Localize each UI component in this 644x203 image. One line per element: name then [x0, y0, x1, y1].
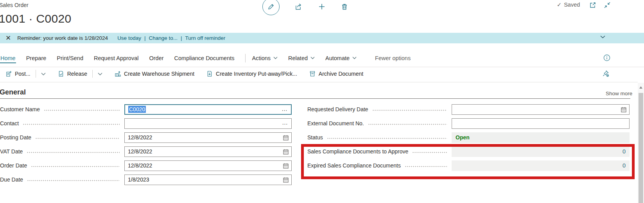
due-date-input[interactable]: 1/8/2023 [124, 175, 292, 185]
split-divider [92, 70, 93, 78]
chevron-down-icon [310, 57, 315, 59]
order-date-value: 12/8/2022 [128, 162, 152, 169]
menu-divider [245, 54, 246, 62]
field-row-sales-compliance-documents-to-approve: Sales Compliance Documents to Approve 0 [307, 144, 630, 158]
chevron-down-icon [273, 57, 278, 59]
dotted-leader [31, 166, 120, 167]
action-bar: Post... Release Create Warehouse Shipmen… [0, 67, 644, 80]
chevron-down-icon [352, 57, 357, 59]
share-icon [294, 2, 303, 11]
fewer-options-button[interactable]: Fewer options [375, 55, 411, 61]
create-warehouse-shipment-button[interactable]: Create Warehouse Shipment [114, 70, 194, 77]
trash-icon [341, 3, 348, 11]
scrollbar-thumb[interactable] [639, 93, 643, 203]
link-separator: | [181, 35, 182, 41]
chevron-down-icon[interactable] [98, 73, 102, 75]
dotted-leader [23, 123, 120, 125]
field-row-posting-date: Posting Date 12/8/2022 [0, 130, 292, 144]
external-document-no-input[interactable] [452, 118, 630, 129]
vat-date-label: VAT Date [0, 148, 23, 155]
info-icon[interactable] [603, 54, 610, 61]
warehouse-shipment-icon [114, 70, 121, 77]
dotted-leader [405, 166, 447, 167]
order-date-label: Order Date [0, 162, 27, 169]
field-row-customer-name: Customer Name C0020 … [0, 102, 292, 116]
field-row-requested-delivery-date: Requested Delivery Date [307, 102, 630, 116]
show-more-link[interactable]: Show more [606, 91, 632, 96]
tab-request-approval[interactable]: Request Approval [93, 53, 139, 64]
delete-button[interactable] [341, 3, 348, 11]
save-status-label: Saved [564, 2, 580, 8]
tab-home[interactable]: Home [0, 53, 16, 64]
dotted-leader [372, 109, 447, 111]
change-to-link[interactable]: Change to... [149, 35, 178, 41]
order-date-input[interactable]: 12/8/2022 [124, 160, 292, 171]
collapse-icon[interactable] [603, 1, 611, 9]
fasttab-general-heading[interactable]: General [0, 88, 26, 96]
record-toolbar [262, 0, 348, 16]
calendar-icon[interactable] [283, 163, 289, 169]
release-button[interactable]: Release [57, 70, 102, 78]
expired-sales-compliance-documents-field[interactable]: 0 [452, 160, 630, 171]
dotted-leader [412, 151, 447, 153]
external-document-no-label: External Document No. [307, 120, 364, 126]
open-in-window-icon[interactable] [589, 1, 597, 9]
share-button[interactable] [294, 2, 303, 11]
menu-related[interactable]: Related [288, 55, 315, 61]
new-button[interactable] [318, 3, 326, 11]
archive-document-button[interactable]: Archive Document [309, 70, 363, 77]
menu-automate[interactable]: Automate [325, 55, 357, 61]
plus-icon [318, 3, 326, 11]
tab-print-send[interactable]: Print/Send [56, 53, 84, 64]
menu-actions[interactable]: Actions [252, 55, 278, 61]
lookup-ellipsis-icon[interactable]: … [282, 119, 288, 126]
turn-off-reminder-link[interactable]: Turn off reminder [185, 35, 226, 41]
field-row-due-date: Due Date 1/8/2023 [0, 173, 292, 187]
scrollbar-up-arrow[interactable] [639, 86, 642, 89]
requested-delivery-date-input[interactable] [452, 104, 630, 115]
unpin-icon[interactable] [602, 69, 610, 77]
edit-button[interactable] [262, 0, 280, 15]
sales-compliance-documents-to-approve-value[interactable]: 0 [622, 148, 626, 155]
field-row-contact: Contact … [0, 116, 292, 130]
status-label: Status [307, 134, 323, 141]
posting-date-input[interactable]: 12/8/2022 [124, 132, 292, 143]
status-field: Open [452, 132, 630, 143]
calendar-icon[interactable] [283, 135, 289, 141]
contact-input[interactable]: … [124, 118, 292, 129]
archive-icon [309, 70, 316, 77]
dotted-leader [327, 137, 447, 139]
release-icon [57, 70, 65, 77]
sales-compliance-documents-to-approve-field[interactable]: 0 [452, 146, 630, 157]
chevron-down-icon[interactable] [41, 73, 46, 75]
calendar-icon[interactable] [283, 177, 289, 183]
banner-chevron-down-icon[interactable] [600, 36, 605, 39]
dotted-leader [44, 109, 120, 111]
tab-prepare[interactable]: Prepare [26, 53, 47, 64]
split-divider [36, 70, 36, 78]
dotted-leader [368, 123, 447, 125]
vat-date-input[interactable]: 12/8/2022 [124, 146, 292, 157]
tab-compliance-documents[interactable]: Compliance Documents [174, 53, 235, 64]
expired-sales-compliance-documents-value[interactable]: 0 [622, 162, 626, 169]
field-row-expired-sales-compliance-documents: Expired Sales Compliance Documents 0 [307, 158, 630, 173]
customer-name-input[interactable]: C0020 … [124, 104, 292, 115]
calendar-icon[interactable] [283, 149, 289, 155]
sales-compliance-documents-to-approve-label: Sales Compliance Documents to Approve [307, 148, 408, 155]
general-right-column: Requested Delivery Date External Documen… [307, 102, 630, 173]
create-inventory-putaway-pick-button[interactable]: Create Inventory Put-away/Pick... [206, 70, 297, 77]
lookup-ellipsis-icon[interactable]: … [282, 105, 288, 112]
tab-order[interactable]: Order [149, 53, 164, 64]
use-today-link[interactable]: Use today [117, 35, 141, 41]
dotted-leader [27, 151, 120, 153]
save-status: ✓ Saved [557, 2, 580, 8]
post-button[interactable]: Post... [5, 70, 46, 78]
contact-label: Contact [0, 120, 19, 126]
vertical-scrollbar[interactable] [638, 83, 644, 203]
post-icon [5, 70, 12, 77]
banner-links: Use today | Change to... | Turn off remi… [117, 35, 225, 41]
check-icon: ✓ [557, 2, 561, 8]
calendar-icon[interactable] [621, 107, 627, 113]
inventory-put-away-icon [206, 70, 213, 77]
banner-close-icon[interactable]: ✕ [5, 35, 11, 41]
